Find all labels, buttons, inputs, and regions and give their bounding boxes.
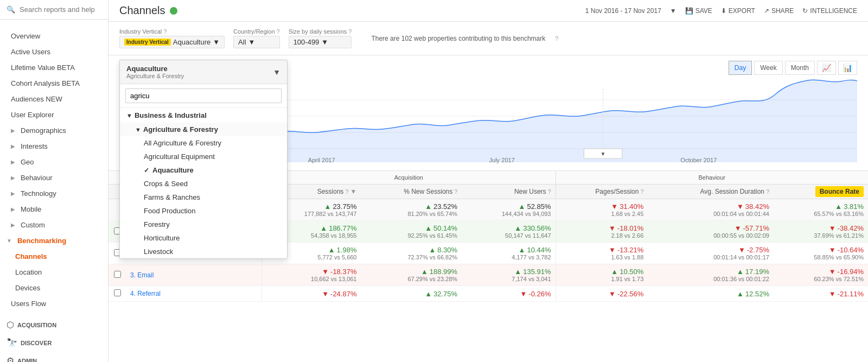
sidebar-item-users-flow[interactable]: Users Flow [0, 296, 108, 312]
industry-vertical-label: Industry Vertical ? [119, 28, 225, 35]
question-icon[interactable]: ? [548, 189, 551, 195]
sidebar-item-overview[interactable]: Overview [0, 28, 108, 44]
up-arrow-icon: ▲ [514, 268, 521, 276]
bar-chart-icon[interactable]: 📊 [838, 61, 857, 75]
up-arrow-icon: ▲ [519, 202, 526, 211]
row-pages-1: ▼ -18.01% 2.18 vs 2.66 [556, 221, 648, 243]
row-checkbox-4[interactable] [108, 286, 126, 302]
th-pages-session[interactable]: Pages/Session ? [556, 185, 648, 199]
line-chart-icon[interactable]: 📈 [817, 61, 836, 75]
sidebar-item-admin[interactable]: ⚙ ADMIN [0, 352, 108, 362]
summary-new-sessions-main: ▲ 23.52% [365, 202, 457, 211]
sidebar: 🔍 Search reports and help Overview Activ… [0, 0, 108, 362]
question-icon[interactable]: ? [766, 189, 769, 195]
row-bounce-4: ▼ -21.11% [774, 286, 868, 302]
topbar-right: 1 Nov 2016 - 17 Nov 2017 ▼ 💾 SAVE ⬇ EXPO… [585, 7, 857, 15]
sidebar-item-user-explorer[interactable]: User Explorer [0, 107, 108, 123]
sidebar-item-lifetime-value[interactable]: Lifetime Value BETA [0, 60, 108, 75]
sidebar-item-devices[interactable]: Devices [0, 280, 108, 296]
question-icon[interactable]: ? [641, 189, 644, 195]
row-pages-sub-2: 1.63 vs 1.88 [560, 254, 644, 261]
main-content: Channels 1 Nov 2016 - 17 Nov 2017 ▼ 💾 SA… [108, 0, 868, 362]
th-avg-duration[interactable]: Avg. Session Duration ? [648, 185, 774, 199]
row-avg-dur-1: ▼ -57.71% 00:00:55 vs 00:02:09 [648, 221, 774, 243]
row-new-sessions-main-2: ▲ 8.30% [365, 246, 457, 254]
row-new-sessions-sub-2: 72.37% vs 66.82% [365, 254, 457, 261]
row-channel-3[interactable]: 3. Email [126, 264, 262, 286]
row-pages-2: ▼ -13.21% 1.63 vs 1.88 [556, 243, 648, 264]
share-button[interactable]: ↗ SHARE [764, 7, 794, 15]
export-button[interactable]: ⬇ EXPORT [721, 7, 755, 15]
save-button[interactable]: 💾 SAVE [685, 7, 712, 15]
dropdown-item-agri-equipment[interactable]: Agricultural Equipment [120, 150, 287, 163]
question-icon-country[interactable]: ? [277, 28, 280, 35]
dropdown-item-crops[interactable]: Crops & Seed [120, 177, 287, 190]
dropdown-section-business[interactable]: ▼ Business & Industrial [120, 108, 287, 123]
th-bounce-rate[interactable]: Bounce Rate [774, 185, 868, 199]
sidebar-item-active-users[interactable]: Active Users [0, 44, 108, 60]
search-icon: 🔍 [7, 5, 15, 14]
sidebar-item-benchmarking[interactable]: ▼ Benchmarking [0, 233, 108, 249]
industry-vertical-selector[interactable]: Industry Vertical Aquaculture ▼ [119, 36, 225, 48]
dropdown-subtitle: Agriculture & Forestry [126, 73, 184, 79]
sidebar-item-cohort-analysis[interactable]: Cohort Analysis BETA [0, 75, 108, 91]
sidebar-item-custom[interactable]: ▶ Custom [0, 217, 108, 233]
sidebar-item-acquisition[interactable]: ⬡ ACQUISITION [0, 316, 108, 334]
sidebar-item-channels[interactable]: Channels [0, 249, 108, 264]
dropdown-item-farms[interactable]: Farms & Ranches [120, 190, 287, 204]
up-arrow-icon: ▲ [519, 246, 526, 254]
question-icon-benchmark[interactable]: ? [555, 35, 558, 42]
sidebar-item-discover[interactable]: 🔭 DISCOVER [0, 334, 108, 352]
up-arrow-icon: ▲ [611, 268, 618, 276]
row-new-sessions-sub-3: 67.29% vs 23.28% [365, 276, 457, 282]
up-arrow-icon: ▲ [324, 202, 331, 211]
up-arrow-icon: ▲ [425, 202, 432, 211]
intelligence-button[interactable]: ↻ INTELLIGENCE [802, 7, 857, 15]
week-button[interactable]: Week [754, 61, 782, 75]
chevron-right-icon: ▶ [11, 143, 15, 149]
question-icon[interactable]: ? [455, 189, 458, 195]
row-pages-main-4: ▼ -22.56% [560, 290, 644, 298]
sidebar-item-behaviour[interactable]: ▶ Behaviour [0, 170, 108, 186]
page-title: Channels [119, 4, 165, 17]
row-checkbox-3[interactable] [108, 264, 126, 286]
dropdown-subsection-agri[interactable]: ▼ Agriculture & Forestry [120, 123, 287, 136]
size-selector[interactable]: 100-499 ▼ [289, 36, 352, 48]
down-arrow-icon: ▼ [829, 246, 836, 254]
th-new-users[interactable]: New Users ? [462, 185, 556, 199]
dropdown-item-livestock[interactable]: Livestock [120, 245, 287, 258]
sort-desc-icon[interactable]: ▼ [350, 188, 357, 195]
export-icon: ⬇ [721, 7, 726, 15]
date-chevron-icon[interactable]: ▼ [670, 7, 676, 15]
down-arrow-icon: ▼ [609, 246, 616, 254]
sidebar-item-interests[interactable]: ▶ Interests [0, 138, 108, 154]
day-button[interactable]: Day [729, 61, 752, 75]
question-icon-size[interactable]: ? [348, 28, 352, 35]
down-arrow-icon: ▼ [609, 290, 616, 298]
row-channel-4[interactable]: 4. Referral [126, 286, 262, 302]
row-bounce-main-4: ▼ -21.11% [778, 290, 864, 298]
question-icon[interactable]: ? [346, 189, 349, 195]
sidebar-item-audiences[interactable]: Audiences NEW [0, 91, 108, 107]
sidebar-search-bar[interactable]: 🔍 Search reports and help [0, 0, 108, 20]
row-new-users-sub-3: 7,174 vs 3,041 [466, 276, 551, 282]
question-icon[interactable]: ? [163, 28, 167, 35]
month-button[interactable]: Month [785, 61, 815, 75]
sidebar-item-mobile[interactable]: ▶ Mobile [0, 201, 108, 217]
dropdown-item-aquaculture[interactable]: ✓ Aquaculture [120, 163, 287, 177]
sidebar-item-location[interactable]: Location [0, 264, 108, 280]
dropdown-item-all-agri[interactable]: All Agriculture & Forestry [120, 136, 287, 150]
row-new-users-sub-2: 4,177 vs 3,782 [466, 254, 551, 261]
sidebar-item-technology[interactable]: ▶ Technology [0, 186, 108, 201]
date-range: 1 Nov 2016 - 17 Nov 2017 [585, 7, 661, 15]
row-pages-main-2: ▼ -13.21% [560, 246, 644, 254]
dropdown-item-forestry[interactable]: Forestry [120, 218, 287, 231]
th-new-sessions[interactable]: % New Sessions ? [361, 185, 462, 199]
dropdown-item-food-production[interactable]: Food Production [120, 204, 287, 218]
sidebar-item-demographics[interactable]: ▶ Demographics [0, 123, 108, 138]
country-region-selector[interactable]: All ▼ [233, 36, 280, 48]
sidebar-item-geo[interactable]: ▶ Geo [0, 154, 108, 170]
dropdown-item-horticulture[interactable]: Horticulture [120, 231, 287, 245]
summary-new-users-sub: 144,434 vs 94,093 [466, 211, 551, 217]
dropdown-search-input[interactable] [125, 88, 282, 103]
